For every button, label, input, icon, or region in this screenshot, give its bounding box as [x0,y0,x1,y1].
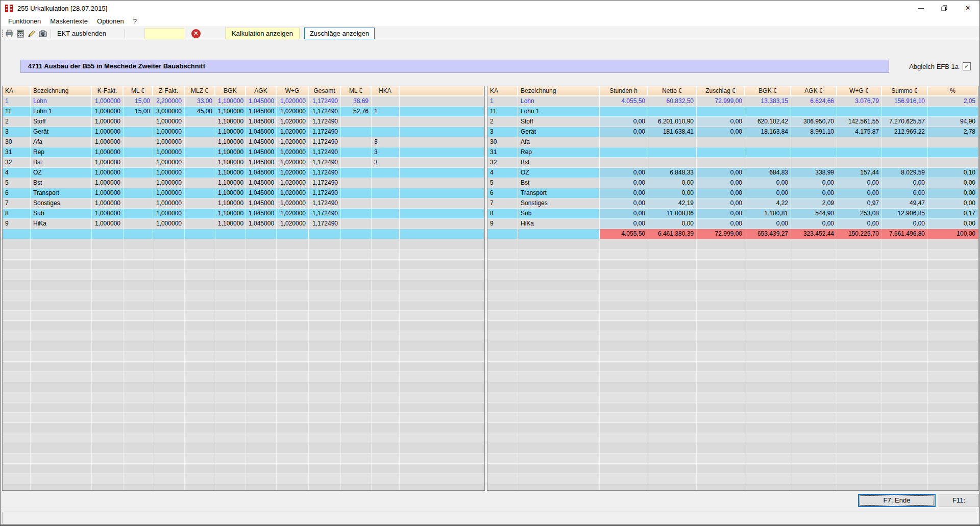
cell[interactable]: 0,00 [837,188,882,198]
cell[interactable]: 1,100000 [215,147,246,158]
restore-button[interactable] [933,1,956,16]
cell[interactable] [882,147,928,158]
cell[interactable]: 7.270.625,57 [882,117,928,127]
cell[interactable]: 32 [3,158,31,168]
cell[interactable]: 1,100000 [215,168,246,178]
cell[interactable]: 1,100000 [215,219,246,229]
cell[interactable]: 1,020000 [277,96,309,107]
cell[interactable]: 0,00 [882,219,928,229]
cell[interactable]: 1,000000 [92,107,124,117]
cell[interactable] [400,107,484,117]
cell[interactable]: 1,172490 [309,147,341,158]
cell[interactable]: 3,000000 [153,107,185,117]
cell[interactable]: 1,020000 [277,117,309,127]
cell[interactable] [185,117,215,127]
cell[interactable] [791,107,837,117]
cell[interactable]: 1,000000 [153,147,185,158]
cell[interactable] [837,137,882,147]
cell[interactable]: 2,05 [928,96,978,107]
cell[interactable] [400,117,484,127]
cell[interactable]: 0,00 [648,219,697,229]
cell[interactable]: 1,172490 [309,178,341,188]
cell[interactable] [882,137,928,147]
cell[interactable]: 4.175,87 [837,127,882,137]
cell[interactable]: 620.102,42 [745,117,791,127]
cell[interactable] [124,117,153,127]
cell[interactable]: 11 [487,107,518,117]
cell[interactable]: 1,172490 [309,219,341,229]
cell[interactable] [341,219,372,229]
cell[interactable]: 0,00 [600,219,648,229]
cell[interactable]: 1,045000 [246,209,277,219]
cell[interactable]: 1,172490 [309,127,341,137]
cell[interactable]: HiKa [31,219,92,229]
cell[interactable]: Afa [518,137,600,147]
cell[interactable]: 1,020000 [277,127,309,137]
cell[interactable] [185,198,215,209]
cell[interactable]: 1,100000 [215,137,246,147]
cell[interactable]: 181.638,41 [648,127,697,137]
cell[interactable]: 1,000000 [153,127,185,137]
cell[interactable] [648,147,697,158]
cell[interactable]: 1,000000 [92,147,124,158]
cell[interactable] [372,96,400,107]
cell[interactable]: 7 [3,198,31,209]
cell[interactable]: 5 [3,178,31,188]
cell[interactable]: 0,10 [928,168,978,178]
ekt-ausblenden-button[interactable]: EKT ausblenden [53,29,110,39]
cell[interactable]: 0,00 [697,168,745,178]
cell[interactable]: 1,020000 [277,158,309,168]
cell[interactable]: 0,00 [600,188,648,198]
cell[interactable] [372,178,400,188]
cell[interactable]: 1,020000 [277,188,309,198]
cell[interactable]: 0,00 [600,127,648,137]
calculator-button[interactable] [15,29,26,39]
cell[interactable]: 0,00 [882,188,928,198]
cell[interactable] [372,198,400,209]
cell[interactable] [400,168,484,178]
cell[interactable]: 1,020000 [277,209,309,219]
cell[interactable]: 0,00 [697,117,745,127]
cell[interactable]: 12.906,85 [882,209,928,219]
cell[interactable]: Rep [31,147,92,158]
cell[interactable] [928,147,978,158]
cell[interactable]: 94,90 [928,117,978,127]
cell[interactable]: 3 [372,137,400,147]
cell[interactable]: 1,172490 [309,198,341,209]
cell[interactable]: 0,97 [837,198,882,209]
cell[interactable]: Bst [518,158,600,168]
cell[interactable]: 18.163,84 [745,127,791,137]
cell[interactable] [341,209,372,219]
cell[interactable]: 1,045000 [246,219,277,229]
toolbar-input-field[interactable] [144,28,184,39]
cell[interactable]: 1,172490 [309,96,341,107]
cell[interactable]: 49,47 [882,198,928,209]
cell[interactable]: 3 [487,127,518,137]
cell[interactable]: 2,78 [928,127,978,137]
minimize-button[interactable] [909,1,933,16]
cell[interactable]: 6.848,33 [648,168,697,178]
cell[interactable]: 1,000000 [92,168,124,178]
cell[interactable]: 11 [3,107,31,117]
cell[interactable]: 8 [3,209,31,219]
cell[interactable] [928,137,978,147]
cell[interactable]: 30 [3,137,31,147]
cell[interactable]: 1,045000 [246,158,277,168]
cell[interactable]: 11.008,06 [648,209,697,219]
cell[interactable]: HiKa [518,219,600,229]
cell[interactable]: 1,020000 [277,219,309,229]
cell[interactable]: 1,000000 [92,198,124,209]
cell[interactable]: 1,000000 [92,96,124,107]
cell[interactable] [400,96,484,107]
cell[interactable] [697,147,745,158]
cell[interactable] [341,178,372,188]
cell[interactable]: 1,100000 [215,198,246,209]
cell[interactable]: 1,045000 [246,147,277,158]
cell[interactable]: 142.561,55 [837,117,882,127]
cell[interactable]: 0,00 [837,178,882,188]
cell[interactable]: 1 [3,96,31,107]
cell[interactable]: 0,00 [697,178,745,188]
cell[interactable]: 1,045000 [246,96,277,107]
cell[interactable] [882,158,928,168]
cell[interactable]: 1,000000 [92,209,124,219]
